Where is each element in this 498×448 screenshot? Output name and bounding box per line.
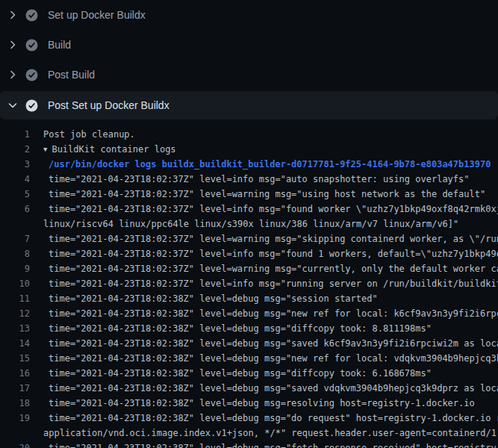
log-line: 7 time="2021-04-23T18:02:37Z" level=warn… — [0, 231, 498, 246]
chevron-right-icon — [7, 9, 19, 21]
log-text: time="2021-04-23T18:02:38Z" level=debug … — [30, 291, 378, 306]
step-row-post-set-up-docker-buildx[interactable]: Post Set up Docker Buildx — [0, 91, 498, 119]
line-number[interactable]: 3 — [0, 157, 30, 172]
log-text: time="2021-04-23T18:02:38Z" level=debug … — [30, 366, 432, 381]
step-label: Post Build — [48, 69, 95, 81]
log-line: 20 time="2021-04-23T18:02:38Z" level=deb… — [0, 441, 498, 448]
log-text: time="2021-04-23T18:02:38Z" level=debug … — [30, 381, 498, 396]
step-row-set-up-docker-buildx[interactable]: Set up Docker Buildx — [0, 0, 498, 30]
step-row-post-build[interactable]: Post Build — [0, 60, 498, 90]
log-text: time="2021-04-23T18:02:37Z" level=warnin… — [30, 187, 485, 202]
line-number[interactable]: 17 — [0, 381, 30, 396]
line-number[interactable]: 10 — [0, 276, 30, 291]
log-text: time="2021-04-23T18:02:37Z" level=info m… — [30, 276, 498, 291]
log-text: ▼BuildKit container logs — [30, 142, 176, 157]
line-number[interactable]: 16 — [0, 366, 30, 381]
check-circle-icon — [25, 99, 38, 112]
line-number[interactable]: 2 — [0, 142, 30, 157]
log-text: time="2021-04-23T18:02:38Z" level=debug … — [30, 336, 498, 351]
line-number[interactable]: 20 — [0, 441, 30, 448]
line-number[interactable]: 8 — [0, 246, 30, 261]
line-number[interactable]: 13 — [0, 321, 30, 336]
log-line: 18 time="2021-04-23T18:02:38Z" level=deb… — [0, 396, 498, 411]
check-circle-icon — [25, 39, 38, 52]
steps-list: Set up Docker Buildx Build Post Build Po… — [0, 0, 498, 119]
log-line: 15 time="2021-04-23T18:02:38Z" level=deb… — [0, 351, 498, 366]
line-number[interactable]: 7 — [0, 231, 30, 246]
log-group-line[interactable]: 2 ▼BuildKit container logs — [0, 142, 498, 157]
log-viewer: 1 Post job cleanup. 2 ▼BuildKit containe… — [0, 119, 498, 448]
step-label: Set up Docker Buildx — [48, 9, 146, 21]
log-text: time="2021-04-23T18:02:38Z" level=debug … — [30, 396, 475, 411]
line-number — [0, 426, 30, 441]
line-number[interactable]: 19 — [0, 411, 30, 426]
log-text: time="2021-04-23T18:02:38Z" level=debug … — [30, 441, 498, 448]
step-row-build[interactable]: Build — [0, 30, 498, 60]
log-text: time="2021-04-23T18:02:37Z" level=warnin… — [30, 261, 498, 276]
log-text: time="2021-04-23T18:02:37Z" level=info m… — [30, 246, 498, 261]
chevron-right-icon — [7, 69, 19, 81]
line-number[interactable]: 9 — [0, 261, 30, 276]
log-line: 19 time="2021-04-23T18:02:38Z" level=deb… — [0, 411, 498, 426]
log-line: 5 time="2021-04-23T18:02:37Z" level=warn… — [0, 187, 498, 202]
log-text: /usr/bin/docker logs buildx_buildkit_bui… — [30, 157, 491, 172]
log-text: Post job cleanup. — [30, 127, 135, 142]
line-number[interactable]: 14 — [0, 336, 30, 351]
log-line: 1 Post job cleanup. — [0, 127, 498, 142]
line-number[interactable]: 6 — [0, 202, 30, 217]
chevron-down-icon — [7, 99, 19, 111]
log-text: linux/riscv64 linux/ppc64le linux/s390x … — [30, 217, 458, 231]
line-number[interactable]: 18 — [0, 396, 30, 411]
log-text: time="2021-04-23T18:02:38Z" level=debug … — [30, 321, 432, 336]
log-line: 8 time="2021-04-23T18:02:37Z" level=info… — [0, 246, 498, 261]
log-line: 9 time="2021-04-23T18:02:37Z" level=warn… — [0, 261, 498, 276]
log-line-wrap: application/vnd.oci.image.index.v1+json,… — [0, 426, 498, 441]
check-circle-icon — [25, 69, 38, 81]
line-number[interactable]: 15 — [0, 351, 30, 366]
log-line: 4 time="2021-04-23T18:02:37Z" level=info… — [0, 172, 498, 187]
log-text: time="2021-04-23T18:02:38Z" level=debug … — [30, 411, 498, 426]
log-text: application/vnd.oci.image.index.v1+json,… — [30, 426, 498, 441]
log-line: 13 time="2021-04-23T18:02:38Z" level=deb… — [0, 321, 498, 336]
log-line: 11 time="2021-04-23T18:02:38Z" level=deb… — [0, 291, 498, 306]
log-line: 17 time="2021-04-23T18:02:38Z" level=deb… — [0, 381, 498, 396]
check-circle-icon — [25, 9, 38, 22]
log-line: 10 time="2021-04-23T18:02:37Z" level=inf… — [0, 276, 498, 291]
log-line: 12 time="2021-04-23T18:02:38Z" level=deb… — [0, 306, 498, 321]
group-collapse-triangle-icon[interactable]: ▼ — [43, 142, 47, 157]
group-title: BuildKit container logs — [52, 144, 175, 155]
log-text: time="2021-04-23T18:02:37Z" level=warnin… — [30, 231, 498, 246]
log-text: time="2021-04-23T18:02:38Z" level=debug … — [30, 306, 498, 321]
log-text: time="2021-04-23T18:02:38Z" level=debug … — [30, 351, 498, 366]
step-label: Build — [48, 39, 71, 51]
line-number[interactable]: 4 — [0, 172, 30, 187]
log-line: 16 time="2021-04-23T18:02:38Z" level=deb… — [0, 366, 498, 381]
line-number[interactable]: 1 — [0, 127, 30, 142]
log-line: 14 time="2021-04-23T18:02:38Z" level=deb… — [0, 336, 498, 351]
log-line: 6 time="2021-04-23T18:02:37Z" level=info… — [0, 202, 498, 217]
chevron-right-icon — [7, 39, 19, 51]
line-number[interactable]: 11 — [0, 291, 30, 306]
log-line-wrap: linux/riscv64 linux/ppc64le linux/s390x … — [0, 217, 498, 231]
step-label: Post Set up Docker Buildx — [48, 99, 169, 111]
line-number[interactable]: 5 — [0, 187, 30, 202]
log-text: time="2021-04-23T18:02:37Z" level=info m… — [30, 202, 498, 217]
line-number[interactable]: 12 — [0, 306, 30, 321]
line-number — [0, 217, 30, 231]
log-text: time="2021-04-23T18:02:37Z" level=info m… — [30, 172, 470, 187]
log-line-command: 3 /usr/bin/docker logs buildx_buildkit_b… — [0, 157, 498, 172]
